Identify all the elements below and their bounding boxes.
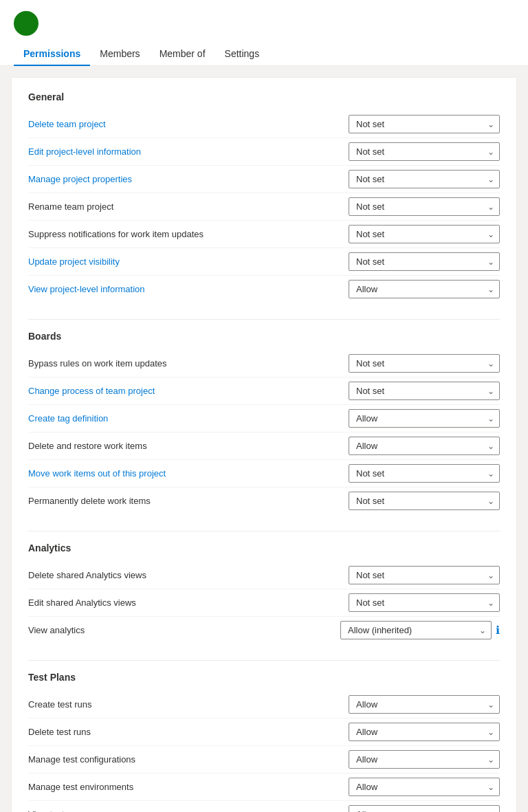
permission-select[interactable]: Not setAllowDenyAllow (inherited)Deny (i…	[349, 252, 500, 271]
permission-label: Bypass rules on work item updates	[28, 358, 349, 369]
select-container: Not setAllowDenyAllow (inherited)Deny (i…	[349, 142, 500, 161]
permission-row: Delete shared Analytics viewsNot setAllo…	[28, 562, 500, 589]
permission-label[interactable]: View project-level information	[28, 284, 349, 294]
select-container: Not setAllowDenyAllow (inherited)Deny (i…	[349, 409, 500, 428]
permission-select-wrapper: Not setAllowDenyAllow (inherited)Deny (i…	[349, 115, 500, 133]
select-container: Not setAllowDenyAllow (inherited)Deny (i…	[349, 382, 500, 400]
permission-row: View analyticsNot setAllowDenyAllow (inh…	[28, 617, 500, 644]
permission-select[interactable]: Not setAllowDenyAllow (inherited)Deny (i…	[349, 409, 500, 428]
select-container: Not setAllowDenyAllow (inherited)Deny (i…	[349, 805, 500, 812]
permission-select-wrapper: Not setAllowDenyAllow (inherited)Deny (i…	[349, 805, 500, 812]
permission-select[interactable]: Not setAllowDenyAllow (inherited)Deny (i…	[349, 593, 500, 612]
permission-select-wrapper: Not setAllowDenyAllow (inherited)Deny (i…	[349, 695, 500, 714]
select-container: Not setAllowDenyAllow (inherited)Deny (i…	[349, 778, 500, 796]
select-container: Not setAllowDenyAllow (inherited)Deny (i…	[349, 115, 500, 133]
section-divider	[28, 660, 500, 661]
permission-row: Edit shared Analytics viewsNot setAllowD…	[28, 589, 500, 617]
permission-label[interactable]: Move work items out of this project	[28, 468, 349, 479]
permission-label: Create test runs	[28, 699, 349, 710]
permission-select-wrapper: Not setAllowDenyAllow (inherited)Deny (i…	[349, 778, 500, 796]
permission-select[interactable]: Not setAllowDenyAllow (inherited)Deny (i…	[349, 197, 500, 216]
permission-select[interactable]: Not setAllowDenyAllow (inherited)Deny (i…	[349, 464, 500, 483]
permission-select[interactable]: Not setAllowDenyAllow (inherited)Deny (i…	[349, 280, 500, 298]
permission-select-wrapper: Not setAllowDenyAllow (inherited)Deny (i…	[349, 492, 500, 510]
permission-label: Delete shared Analytics views	[28, 570, 349, 580]
permission-select[interactable]: Not setAllowDenyAllow (inherited)Deny (i…	[349, 437, 500, 455]
section-title-test-plans: Test Plans	[28, 672, 500, 683]
permission-label: Manage test configurations	[28, 754, 349, 765]
select-container: Not setAllowDenyAllow (inherited)Deny (i…	[349, 197, 500, 216]
permission-row: Change process of team projectNot setAll…	[28, 377, 500, 405]
permission-label[interactable]: Delete team project	[28, 119, 349, 129]
section-divider	[28, 319, 500, 320]
permission-select-wrapper: Not setAllowDenyAllow (inherited)Deny (i…	[349, 280, 500, 298]
permission-select[interactable]: Not setAllowDenyAllow (inherited)Deny (i…	[349, 170, 500, 188]
permission-select-wrapper: Not setAllowDenyAllow (inherited)Deny (i…	[349, 437, 500, 455]
section-title-general: General	[28, 91, 500, 102]
permission-row: Manage test environmentsNot setAllowDeny…	[28, 773, 500, 801]
permission-row: Edit project-level informationNot setAll…	[28, 138, 500, 166]
permission-select[interactable]: Not setAllowDenyAllow (inherited)Deny (i…	[349, 225, 500, 243]
permission-select-wrapper: Not setAllowDenyAllow (inherited)Deny (i…	[349, 750, 500, 769]
info-icon[interactable]: ℹ	[496, 624, 500, 637]
permission-select-wrapper: Not setAllowDenyAllow (inherited)Deny (i…	[340, 621, 500, 639]
permission-select[interactable]: Not setAllowDenyAllow (inherited)Deny (i…	[349, 805, 500, 812]
select-container: Not setAllowDenyAllow (inherited)Deny (i…	[340, 621, 492, 639]
permission-select[interactable]: Not setAllowDenyAllow (inherited)Deny (i…	[349, 778, 500, 796]
permission-label: Edit shared Analytics views	[28, 597, 349, 608]
permission-select-wrapper: Not setAllowDenyAllow (inherited)Deny (i…	[349, 566, 500, 584]
permission-label[interactable]: Change process of team project	[28, 386, 349, 396]
tab-permissions[interactable]: Permissions	[14, 43, 90, 66]
permission-label: Permanently delete work items	[28, 496, 349, 506]
select-container: Not setAllowDenyAllow (inherited)Deny (i…	[349, 437, 500, 455]
section-boards: BoardsBypass rules on work item updatesN…	[28, 331, 500, 514]
permission-select-wrapper: Not setAllowDenyAllow (inherited)Deny (i…	[349, 464, 500, 483]
select-container: Not setAllowDenyAllow (inherited)Deny (i…	[349, 170, 500, 188]
permission-label[interactable]: Edit project-level information	[28, 146, 349, 157]
permission-select-wrapper: Not setAllowDenyAllow (inherited)Deny (i…	[349, 142, 500, 161]
select-container: Not setAllowDenyAllow (inherited)Deny (i…	[349, 492, 500, 510]
permission-row: Delete and restore work itemsNot setAllo…	[28, 432, 500, 460]
tab-member-of[interactable]: Member of	[150, 43, 215, 66]
permission-label: View test runs	[28, 809, 349, 812]
permission-row: Rename team projectNot setAllowDenyAllow…	[28, 193, 500, 221]
permission-label[interactable]: Update project visibility	[28, 256, 349, 267]
page-header: Permissions Members Member of Settings	[0, 0, 528, 66]
permission-row: Manage project propertiesNot setAllowDen…	[28, 166, 500, 193]
permission-select[interactable]: Not setAllowDenyAllow (inherited)Deny (i…	[349, 492, 500, 510]
avatar	[14, 11, 38, 36]
section-title-analytics: Analytics	[28, 542, 500, 553]
permission-select[interactable]: Not setAllowDenyAllow (inherited)Deny (i…	[349, 382, 500, 400]
permission-label[interactable]: Create tag definition	[28, 413, 349, 424]
select-container: Not setAllowDenyAllow (inherited)Deny (i…	[349, 464, 500, 483]
tab-settings[interactable]: Settings	[215, 43, 270, 66]
permission-select-wrapper: Not setAllowDenyAllow (inherited)Deny (i…	[349, 723, 500, 741]
permission-row: Create test runsNot setAllowDenyAllow (i…	[28, 691, 500, 718]
permission-select[interactable]: Not setAllowDenyAllow (inherited)Deny (i…	[349, 750, 500, 769]
permission-select[interactable]: Not setAllowDenyAllow (inherited)Deny (i…	[349, 566, 500, 584]
section-title-boards: Boards	[28, 331, 500, 342]
permission-select[interactable]: Not setAllowDenyAllow (inherited)Deny (i…	[349, 354, 500, 373]
permission-select[interactable]: Not setAllowDenyAllow (inherited)Deny (i…	[349, 115, 500, 133]
nav-tabs: Permissions Members Member of Settings	[14, 43, 514, 65]
section-divider	[28, 531, 500, 531]
select-container: Not setAllowDenyAllow (inherited)Deny (i…	[349, 695, 500, 714]
permission-label: Rename team project	[28, 201, 349, 212]
permission-row: Create tag definitionNot setAllowDenyAll…	[28, 405, 500, 432]
select-container: Not setAllowDenyAllow (inherited)Deny (i…	[349, 225, 500, 243]
permission-row: Delete team projectNot setAllowDenyAllow…	[28, 111, 500, 138]
permission-row: Permanently delete work itemsNot setAllo…	[28, 487, 500, 514]
permission-select[interactable]: Not setAllowDenyAllow (inherited)Deny (i…	[340, 621, 492, 639]
permission-select-wrapper: Not setAllowDenyAllow (inherited)Deny (i…	[349, 409, 500, 428]
tab-members[interactable]: Members	[90, 43, 149, 66]
permission-label: Delete test runs	[28, 727, 349, 737]
permission-select[interactable]: Not setAllowDenyAllow (inherited)Deny (i…	[349, 142, 500, 161]
permission-label[interactable]: Manage project properties	[28, 174, 349, 184]
main-content: GeneralDelete team projectNot setAllowDe…	[0, 66, 528, 812]
permission-row: Suppress notifications for work item upd…	[28, 221, 500, 248]
select-container: Not setAllowDenyAllow (inherited)Deny (i…	[349, 750, 500, 769]
permission-row: Bypass rules on work item updatesNot set…	[28, 350, 500, 377]
permission-select-wrapper: Not setAllowDenyAllow (inherited)Deny (i…	[349, 225, 500, 243]
permission-select[interactable]: Not setAllowDenyAllow (inherited)Deny (i…	[349, 723, 500, 741]
permission-select[interactable]: Not setAllowDenyAllow (inherited)Deny (i…	[349, 695, 500, 714]
